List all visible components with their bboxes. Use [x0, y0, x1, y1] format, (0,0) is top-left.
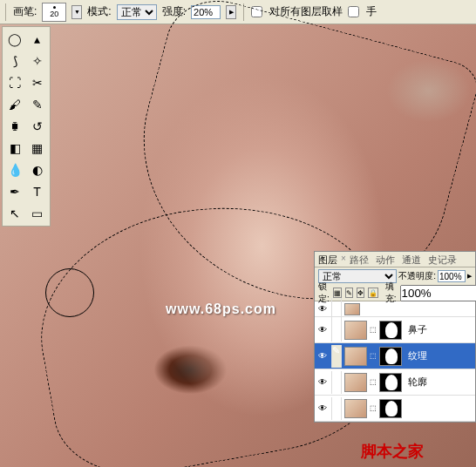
brush-preset-picker[interactable]: 20 [42, 3, 66, 22]
history-brush-tool-icon[interactable]: ↺ [27, 116, 48, 137]
finger-label: 手 [366, 4, 377, 19]
layer-mask-thumbnail[interactable] [379, 321, 402, 340]
stamp-tool-icon[interactable]: ⧯ [4, 116, 25, 137]
tab-layers[interactable]: 图层 [315, 252, 341, 267]
separator [5, 3, 6, 21]
layer-row[interactable]: 👁 ✎ ⬚ 纹理 [315, 343, 475, 369]
brush-size-value: 20 [50, 10, 58, 18]
lock-position-icon[interactable]: ✥ [357, 288, 364, 298]
wand-tool-icon[interactable]: ✧ [27, 51, 48, 71]
tab-paths[interactable]: 路径 [346, 252, 372, 267]
gradient-tool-icon[interactable]: ▦ [27, 138, 48, 159]
tab-history[interactable]: 史记录 [425, 252, 460, 267]
fill-input[interactable] [400, 285, 476, 301]
layer-thumbnail [344, 399, 367, 418]
type-tool-icon[interactable]: T [27, 181, 48, 202]
lasso-tool-icon[interactable]: ⟆ [4, 51, 25, 71]
link-cell[interactable]: ✎ [331, 345, 342, 368]
move-tool-icon[interactable]: ▴ [27, 29, 48, 50]
mask-link-icon[interactable]: ⬚ [370, 352, 377, 360]
visibility-icon[interactable]: 👁 [316, 350, 329, 362]
mask-link-icon[interactable]: ⬚ [370, 378, 377, 386]
visibility-icon[interactable]: 👁 [316, 376, 329, 389]
link-cell[interactable] [331, 319, 342, 342]
panel-tabs: 图层 × 路径 动作 通道 史记录 [315, 252, 475, 267]
visibility-icon[interactable]: 👁 [316, 303, 329, 315]
lock-all-icon[interactable]: 🔒 [368, 288, 378, 298]
url-watermark: www.68ps.com [166, 301, 276, 317]
link-cell[interactable] [331, 397, 342, 420]
blur-tool-icon[interactable]: 💧 [4, 159, 25, 180]
crop-tool-icon[interactable]: ⛶ [4, 72, 25, 93]
layer-row[interactable]: 👁 ⬚ 轮廓 [315, 369, 475, 396]
finger-checkbox[interactable] [348, 6, 359, 17]
layer-name[interactable]: 轮廓 [405, 376, 427, 389]
site-watermark: 脚本之家 [361, 441, 424, 462]
layer-name[interactable]: 鼻子 [405, 323, 427, 336]
dodge-tool-icon[interactable]: ◐ [27, 159, 48, 180]
shape-tool-icon[interactable]: ▭ [27, 203, 48, 224]
layer-mask-thumbnail[interactable] [379, 399, 402, 418]
lock-paint-icon[interactable]: ✎ [345, 288, 353, 298]
slice-tool-icon[interactable]: ✂ [27, 72, 48, 93]
brush-dot-icon [53, 6, 56, 9]
layer-row[interactable]: 👁 ⬚ 鼻子 [315, 317, 475, 343]
layer-thumbnail [344, 373, 367, 392]
opacity-input[interactable] [438, 270, 466, 282]
tools-palette: ◯ ▴ ⟆ ✧ ⛶ ✂ 🖌 ✎ ⧯ ↺ ◧ ▦ 💧 ◐ ✒ T ↖ ▭ [2, 26, 51, 227]
visibility-icon[interactable]: 👁 [316, 403, 329, 415]
lock-label: 锁定: [318, 281, 330, 305]
layer-mask-thumbnail[interactable] [379, 373, 402, 392]
pencil-tool-icon[interactable]: ✎ [27, 94, 48, 115]
tab-channels[interactable]: 通道 [398, 252, 425, 267]
mode-label: 模式: [87, 4, 111, 19]
opacity-label: 不透明度: [398, 270, 436, 282]
layer-thumbnail [344, 347, 367, 366]
brush-label: 画笔: [13, 4, 37, 19]
path-select-tool-icon[interactable]: ↖ [4, 203, 25, 224]
brush-tool-icon[interactable]: 🖌 [4, 94, 25, 115]
mask-link-icon[interactable]: ⬚ [370, 404, 377, 412]
brush-dropdown-icon[interactable]: ▼ [71, 5, 82, 19]
layer-name[interactable]: 纹理 [405, 349, 427, 362]
layers-panel: 图层 × 路径 动作 通道 史记录 正常 不透明度: ▶ 锁定: ▦ ✎ ✥ 🔒… [314, 251, 476, 423]
eraser-tool-icon[interactable]: ◧ [4, 138, 25, 159]
link-cell[interactable] [331, 371, 342, 394]
pen-tool-icon[interactable]: ✒ [4, 181, 25, 202]
tab-actions[interactable]: 动作 [372, 252, 398, 267]
layer-row[interactable]: 👁 ⬚ [315, 396, 475, 422]
brush-cursor-circle [45, 268, 94, 317]
link-cell[interactable] [331, 298, 342, 321]
mask-link-icon[interactable]: ⬚ [370, 326, 377, 334]
layer-list: 👁 👁 ⬚ 鼻子 👁 ✎ ⬚ 纹理 👁 ⬚ 轮廓 [315, 301, 475, 422]
layer-mask-thumbnail[interactable] [379, 347, 402, 366]
visibility-icon[interactable]: 👁 [316, 324, 329, 336]
layer-thumbnail [344, 321, 367, 340]
layer-thumbnail [344, 303, 360, 315]
marquee-tool-icon[interactable]: ◯ [4, 29, 25, 50]
blend-mode-select[interactable]: 正常 [117, 4, 157, 20]
fill-label: 填充: [385, 281, 397, 305]
lock-transparency-icon[interactable]: ▦ [333, 288, 342, 298]
